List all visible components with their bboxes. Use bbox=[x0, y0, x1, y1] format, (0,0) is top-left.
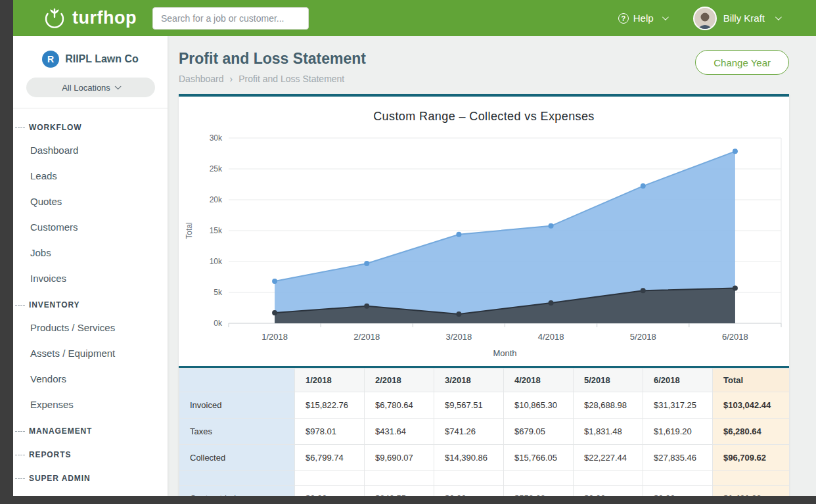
page-title: Profit and Loss Statement bbox=[179, 50, 366, 68]
sidebar-nav: WORKFLOWDashboardLeadsQuotesCustomersJob… bbox=[13, 108, 168, 488]
locations-dropdown[interactable]: All Locations bbox=[26, 78, 155, 97]
sidebar-item-leads[interactable]: Leads bbox=[13, 163, 168, 189]
avatar bbox=[693, 7, 717, 30]
user-menu[interactable]: Billy Kraft bbox=[693, 7, 780, 30]
sidebar-item-quotes[interactable]: Quotes bbox=[13, 189, 168, 214]
help-label: Help bbox=[633, 12, 654, 24]
value-cell: $6,799.74 bbox=[295, 445, 365, 471]
svg-text:4/2018: 4/2018 bbox=[538, 332, 564, 342]
topbar-right: ? Help Billy Kraft bbox=[618, 7, 780, 30]
sidebar-item-vendors[interactable]: Vendors bbox=[13, 366, 168, 392]
chart-title: Custom Range – Collected vs Expenses bbox=[179, 97, 789, 126]
spacer-cell bbox=[643, 471, 713, 486]
row-label: Contract Labor bbox=[179, 486, 295, 497]
table-row-collected: Collected$6,799.74$9,690.07$14,390.86$15… bbox=[179, 445, 790, 471]
value-cell: $10,865.30 bbox=[504, 392, 574, 419]
svg-text:Month: Month bbox=[493, 348, 516, 358]
total-value-cell: $103,042.44 bbox=[713, 392, 790, 419]
topbar: turfhop ? Help Billy Kraft bbox=[13, 0, 816, 36]
header-cell-4-2018: 4/2018 bbox=[504, 369, 574, 392]
svg-text:30k: 30k bbox=[210, 133, 223, 143]
header-cell-3-2018: 3/2018 bbox=[434, 369, 504, 392]
svg-text:25k: 25k bbox=[210, 164, 223, 173]
header-cell-5-2018: 5/2018 bbox=[574, 369, 643, 392]
svg-text:20k: 20k bbox=[210, 195, 223, 204]
svg-text:10k: 10k bbox=[210, 257, 223, 266]
sidebar-section-super-admin[interactable]: SUPER ADMIN bbox=[13, 465, 168, 488]
svg-text:Total: Total bbox=[185, 222, 194, 239]
logo-text: turfhop bbox=[72, 8, 137, 28]
pl-table-head: 1/20182/20183/20184/20185/20186/2018Tota… bbox=[179, 369, 790, 392]
change-year-button[interactable]: Change Year bbox=[695, 50, 789, 75]
company-badge: R bbox=[42, 51, 59, 68]
value-cell: $15,766.05 bbox=[504, 445, 574, 471]
sidebar-item-jobs[interactable]: Jobs bbox=[13, 240, 168, 265]
value-cell: $31,317.25 bbox=[643, 392, 713, 419]
value-cell: $15,822.76 bbox=[295, 392, 365, 419]
table-spacer-row bbox=[179, 471, 790, 486]
search-input[interactable] bbox=[152, 7, 309, 30]
pl-table-section: 1/20182/20183/20184/20185/20186/2018Tota… bbox=[179, 366, 789, 496]
sidebar-section-management[interactable]: MANAGEMENT bbox=[13, 417, 168, 441]
value-cell: $741.26 bbox=[434, 419, 504, 445]
breadcrumb-current: Profit and Loss Statement bbox=[238, 74, 344, 84]
user-name: Billy Kraft bbox=[723, 12, 765, 24]
sidebar-item-invoices[interactable]: Invoices bbox=[13, 265, 168, 291]
sidebar-section-reports[interactable]: REPORTS bbox=[13, 441, 168, 465]
locations-label: All Locations bbox=[62, 83, 110, 93]
row-label: Invoiced bbox=[179, 392, 295, 419]
spacer-cell bbox=[295, 471, 365, 486]
sidebar-item-expenses[interactable]: Expenses bbox=[13, 392, 168, 417]
spacer-cell bbox=[504, 471, 574, 486]
chart-svg[interactable]: 0k5k10k15k20k25k30k1/20182/20183/20184/2… bbox=[179, 126, 789, 366]
total-value-cell: $6,280.64 bbox=[713, 419, 790, 445]
svg-text:5/2018: 5/2018 bbox=[630, 332, 656, 342]
value-cell: $14,390.86 bbox=[434, 445, 504, 471]
value-cell: $6,780.64 bbox=[365, 392, 434, 419]
value-cell: $22,227.44 bbox=[574, 445, 643, 471]
breadcrumb-dashboard[interactable]: Dashboard bbox=[179, 74, 224, 84]
turfhop-logo-icon bbox=[43, 5, 66, 32]
header-cell-total: Total bbox=[713, 369, 790, 392]
sidebar-item-assets-equipment[interactable]: Assets / Equipment bbox=[13, 340, 168, 366]
value-cell: $0.00 bbox=[434, 486, 504, 497]
spacer-cell bbox=[434, 471, 504, 486]
value-cell: $0.00 bbox=[574, 486, 643, 497]
svg-text:15k: 15k bbox=[210, 226, 223, 235]
header-cell-1-2018: 1/2018 bbox=[295, 369, 365, 392]
chevron-down-icon bbox=[775, 14, 782, 20]
spacer-cell bbox=[574, 471, 643, 486]
chevron-down-icon bbox=[115, 83, 122, 89]
sidebar-section-workflow[interactable]: WORKFLOW bbox=[13, 114, 168, 137]
svg-text:3/2018: 3/2018 bbox=[446, 332, 472, 342]
sidebar-item-customers[interactable]: Customers bbox=[13, 214, 168, 240]
turfhop-logo[interactable]: turfhop bbox=[43, 5, 137, 32]
value-cell: $431.64 bbox=[365, 419, 434, 445]
table-row-invoiced: Invoiced$15,822.76$6,780.64$9,567.51$10,… bbox=[179, 392, 790, 419]
value-cell: $9,690.07 bbox=[365, 445, 434, 471]
company-name: RIIPL Lawn Co bbox=[65, 53, 139, 65]
sidebar-item-dashboard[interactable]: Dashboard bbox=[13, 137, 168, 163]
sidebar: R RIIPL Lawn Co All Locations WORKFLOWDa… bbox=[13, 36, 168, 496]
help-menu[interactable]: ? Help bbox=[618, 12, 667, 24]
svg-text:0k: 0k bbox=[214, 319, 223, 328]
help-icon: ? bbox=[618, 13, 629, 24]
header-cell-6-2018: 6/2018 bbox=[643, 369, 713, 392]
value-cell: $27,835.46 bbox=[643, 445, 713, 471]
chevron-down-icon bbox=[662, 14, 669, 20]
value-cell: $842.55 bbox=[365, 486, 434, 497]
table-header-row: 1/20182/20183/20184/20185/20186/2018Tota… bbox=[179, 369, 790, 392]
value-cell: $0.00 bbox=[295, 486, 365, 497]
breadcrumb-separator-icon: › bbox=[230, 74, 233, 84]
row-label: Taxes bbox=[179, 419, 295, 445]
page-header: Profit and Loss Statement Dashboard › Pr… bbox=[168, 36, 816, 84]
value-cell: $978.01 bbox=[295, 419, 365, 445]
svg-text:2/2018: 2/2018 bbox=[353, 332, 380, 342]
spacer-cell bbox=[179, 471, 295, 486]
table-row-contract-labor: Contract Labor$0.00$842.55$0.00$558.68$0… bbox=[179, 486, 790, 497]
value-cell: $1,831.48 bbox=[574, 419, 643, 445]
app-window: turfhop ? Help Billy Kraft bbox=[13, 0, 816, 496]
sidebar-item-products-services[interactable]: Products / Services bbox=[13, 315, 168, 340]
sidebar-section-inventory[interactable]: INVENTORY bbox=[13, 291, 168, 315]
svg-text:1/2018: 1/2018 bbox=[261, 332, 288, 342]
